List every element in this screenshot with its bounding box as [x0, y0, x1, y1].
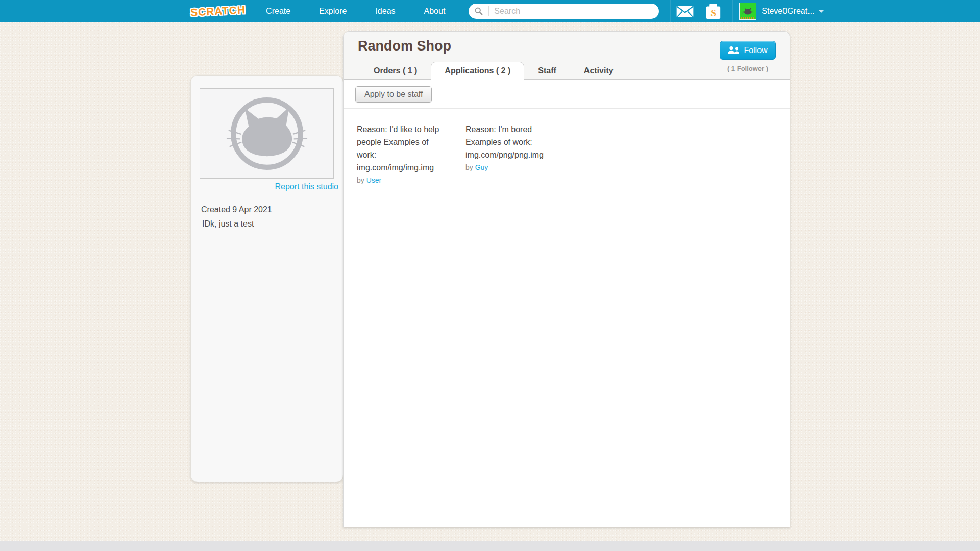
tab-staff[interactable]: Staff: [524, 62, 570, 80]
applicant-user-link[interactable]: Guy: [475, 163, 488, 171]
application-item: Reason: I'd like to help people Examples…: [357, 123, 448, 184]
studio-tabs: Orders ( 1 ) Applications ( 2 ) Staff Ac…: [360, 62, 627, 80]
applications-tab-content: Apply to be staff Reason: I'd like to he…: [344, 80, 790, 184]
follower-count: ( 1 Follower ): [717, 65, 778, 72]
chevron-down-icon: [819, 10, 824, 13]
nav-item-ideas[interactable]: Ideas: [361, 0, 409, 22]
application-item: Reason: I'm bored Examples of work: img.…: [465, 123, 556, 184]
page: SCRATCH Create Explore Ideas About: [0, 0, 980, 551]
nav-links: Create Explore Ideas About: [252, 0, 459, 22]
mystuff-folder-icon[interactable]: S: [699, 0, 727, 22]
follow-button[interactable]: Follow: [720, 41, 776, 60]
avatar-caption-strip: [741, 17, 754, 19]
studio-description: IDk, just a test: [202, 219, 254, 229]
nav-item-create[interactable]: Create: [252, 0, 305, 22]
messages-envelope-icon[interactable]: [670, 0, 699, 22]
cat-placeholder-icon: [208, 93, 326, 174]
byline-label: by: [465, 163, 473, 171]
applicant-user-link[interactable]: User: [366, 176, 382, 184]
nav-icons: S: [670, 0, 727, 22]
apply-to-be-staff-button[interactable]: Apply to be staff: [355, 86, 432, 103]
search-icon: [469, 6, 489, 16]
application-reason: Reason: I'm bored Examples of work: img.…: [465, 123, 556, 161]
user-avatar: [739, 3, 756, 20]
report-studio-link[interactable]: Report this studio: [275, 182, 338, 191]
search-input[interactable]: [489, 7, 659, 16]
search-box: [469, 4, 659, 19]
nav-item-about[interactable]: About: [410, 0, 460, 22]
top-navbar: SCRATCH Create Explore Ideas About: [0, 0, 980, 22]
application-reason: Reason: I'd like to help people Examples…: [357, 123, 448, 174]
studio-created-date: Created 9 Apr 2021: [201, 205, 272, 214]
username: Steve0Great...: [762, 7, 814, 16]
follow-area: Follow ( 1 Follower ): [717, 41, 778, 72]
page-footer: [0, 541, 980, 551]
tab-orders[interactable]: Orders ( 1 ): [360, 62, 431, 80]
studio-header: Random Shop Follow ( 1 Follower ) Orders…: [344, 32, 790, 80]
scratch-logo[interactable]: SCRATCH: [190, 4, 246, 19]
tab-activity[interactable]: Activity: [570, 62, 627, 80]
byline-label: by: [357, 176, 364, 184]
studio-sidebar: Report this studio Created 9 Apr 2021 ID…: [190, 75, 344, 482]
studio-thumbnail: [200, 88, 334, 179]
follow-button-label: Follow: [744, 46, 767, 55]
followers-people-icon: [728, 46, 740, 54]
svg-text:S: S: [711, 7, 717, 18]
studio-title: Random Shop: [358, 38, 451, 54]
tab-applications[interactable]: Applications ( 2 ): [431, 62, 524, 80]
nav-item-explore[interactable]: Explore: [305, 0, 361, 22]
studio-panel: Random Shop Follow ( 1 Follower ) Orders…: [343, 31, 790, 527]
user-menu[interactable]: Steve0Great...: [732, 0, 829, 22]
applications-list: Reason: I'd like to help people Examples…: [344, 109, 790, 184]
